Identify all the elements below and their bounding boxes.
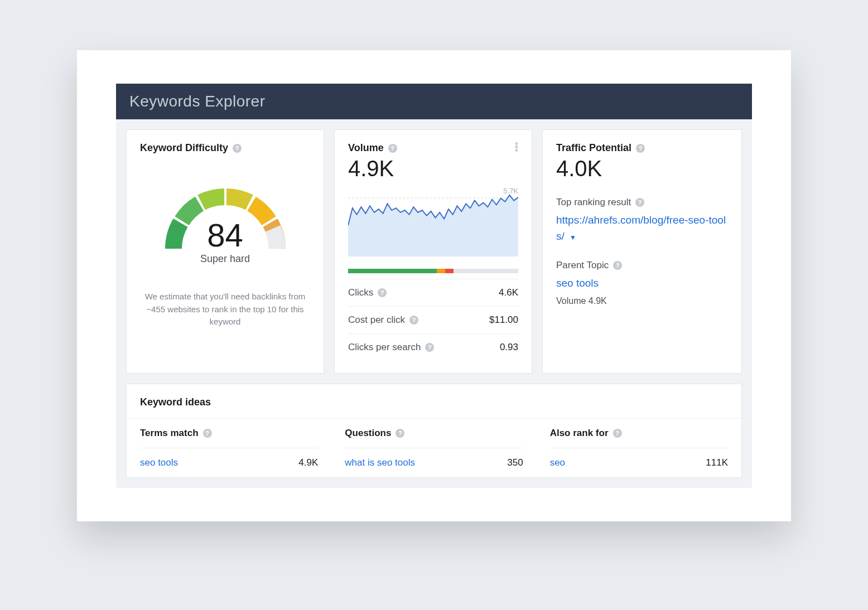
metric-row: Cost per click?$11.00 [348,306,518,333]
chart-peak-label: 5.7K [503,187,518,195]
card-keyword-difficulty: Keyword Difficulty ? [126,129,324,374]
help-icon[interactable]: ? [378,288,387,297]
metric-row: Clicks?4.6K [348,279,518,306]
vol-title-wrap: Volume ? [348,142,515,154]
top-ranking-label-row: Top ranking result ? [556,197,728,208]
more-menu-icon[interactable]: ••• [515,142,518,152]
help-icon[interactable]: ? [613,429,622,438]
metric-label: Cost per click? [348,314,418,326]
help-icon[interactable]: ? [425,343,434,352]
tp-title-row: Traffic Potential ? [556,142,728,154]
top-cards-row: Keyword Difficulty ? [126,129,742,374]
click-distribution-bar [348,269,518,273]
volume-chart-svg [348,187,518,256]
metric-value: $11.00 [489,314,518,326]
metric-value: 4.6K [499,287,518,298]
ideas-column: Terms match?seo tools4.9K [127,419,331,477]
kd-score: 84 [156,216,295,254]
ideas-columns: Terms match?seo tools4.9KQuestions?what … [127,419,741,477]
ideas-row: seo111K [550,448,728,477]
metric-label: Clicks per search? [348,342,434,353]
ideas-col-head: Questions? [345,419,523,448]
tp-value: 4.0K [556,156,728,181]
help-icon[interactable]: ? [396,429,404,438]
parent-topic-link[interactable]: seo tools [556,275,728,292]
help-icon[interactable]: ? [409,316,418,325]
vol-title: Volume [348,142,384,154]
metric-label: Clicks? [348,287,387,298]
metric-row: Clicks per search?0.93 [348,333,518,361]
help-icon[interactable]: ? [635,198,644,207]
card-keyword-ideas: Keyword ideas Terms match?seo tools4.9KQ… [126,384,742,478]
ideas-col-head: Also rank for? [550,419,728,448]
vol-value: 4.9K [348,156,518,181]
volume-metrics: Clicks?4.6KCost per click?$11.00Clicks p… [348,279,518,361]
ideas-column: Also rank for?seo111K [537,419,741,477]
top-ranking-label: Top ranking result [556,197,631,208]
segment [437,269,445,273]
keyword-volume: 111K [706,457,728,468]
help-icon[interactable]: ? [613,261,622,270]
keyword-volume: 4.9K [298,457,318,468]
ideas-row: seo tools4.9K [140,448,318,477]
app-window: Keywords Explorer Keyword Difficulty ? [77,50,791,521]
keyword-volume: 350 [507,457,523,468]
parent-topic-label: Parent Topic [556,260,609,271]
keyword-link[interactable]: what is seo tools [345,457,415,468]
keyword-link[interactable]: seo tools [140,457,178,468]
parent-topic-label-row: Parent Topic ? [556,260,728,271]
help-icon[interactable]: ? [203,429,212,438]
page-header: Keywords Explorer [116,84,752,119]
page-title: Keywords Explorer [129,93,265,110]
tp-title: Traffic Potential [556,142,631,154]
segment [454,269,518,273]
kd-score-label: Super hard [156,253,295,265]
vol-title-row: Volume ? ••• [348,142,518,154]
segment [445,269,454,273]
content: Keyword Difficulty ? [116,119,752,488]
volume-chart: 5.7K [348,187,518,259]
top-ranking-url-text: https://ahrefs.com/blog/free-seo-tools/ [556,214,726,242]
dropdown-caret-icon: ▼ [570,234,576,241]
kd-title: Keyword Difficulty [140,142,228,154]
card-traffic-potential: Traffic Potential ? 4.0K Top ranking res… [542,129,742,374]
ideas-col-head: Terms match? [140,419,318,448]
metric-value: 0.93 [500,342,518,353]
segment [348,269,437,273]
help-icon[interactable]: ? [388,144,397,153]
ideas-column: Questions?what is seo tools350 [331,419,536,477]
kd-description: We estimate that you'll need backlinks f… [140,291,310,328]
ideas-row: what is seo tools350 [345,448,523,477]
kd-gauge: 84 Super hard [156,171,295,260]
top-ranking-url[interactable]: https://ahrefs.com/blog/free-seo-tools/ … [556,212,728,244]
parent-topic-volume: Volume 4.9K [556,296,728,306]
keyword-link[interactable]: seo [550,457,565,468]
help-icon[interactable]: ? [233,144,242,153]
help-icon[interactable]: ? [636,144,645,153]
ideas-title: Keyword ideas [127,384,741,419]
card-volume: Volume ? ••• 4.9K 5.7K Clicks?4.6KCost p… [334,129,532,374]
kd-title-row: Keyword Difficulty ? [140,142,310,154]
